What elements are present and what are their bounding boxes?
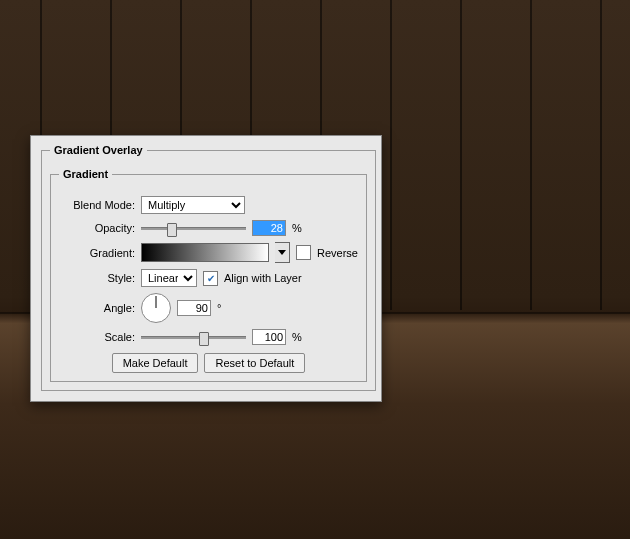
outer-fieldset: Gradient Overlay Gradient Blend Mode: Mu… — [41, 144, 376, 391]
panel-title: Gradient Overlay — [50, 144, 147, 156]
scale-slider[interactable] — [141, 329, 246, 345]
scale-row: Scale: 100 % — [59, 329, 358, 345]
scale-slider-thumb[interactable] — [199, 332, 209, 346]
gradient-fieldset: Gradient Blend Mode: Multiply Opacity: 2… — [50, 168, 367, 382]
chevron-down-icon — [278, 250, 286, 255]
angle-unit: ° — [217, 302, 221, 314]
make-default-button[interactable]: Make Default — [112, 353, 199, 373]
opacity-unit: % — [292, 222, 302, 234]
angle-row: Angle: 90 ° — [59, 293, 358, 323]
blend-mode-row: Blend Mode: Multiply — [59, 196, 358, 214]
opacity-slider-thumb[interactable] — [167, 223, 177, 237]
gradient-dropdown-button[interactable] — [275, 242, 290, 263]
gradient-row: Gradient: Reverse — [59, 242, 358, 263]
reverse-label: Reverse — [317, 247, 358, 259]
bg-plank — [600, 0, 602, 310]
bg-plank — [460, 0, 462, 310]
wood-background: Gradient Overlay Gradient Blend Mode: Mu… — [0, 0, 630, 539]
gradient-swatch[interactable] — [141, 243, 269, 262]
bg-plank — [390, 0, 392, 310]
gradient-overlay-panel: Gradient Overlay Gradient Blend Mode: Mu… — [30, 135, 382, 402]
opacity-slider[interactable] — [141, 220, 246, 236]
style-row: Style: Linear ✔ Align with Layer — [59, 269, 358, 287]
align-checkbox[interactable]: ✔ — [203, 271, 218, 286]
angle-dial[interactable] — [141, 293, 171, 323]
opacity-row: Opacity: 28 % — [59, 220, 358, 236]
opacity-label: Opacity: — [59, 222, 135, 234]
scale-label: Scale: — [59, 331, 135, 343]
blend-mode-select[interactable]: Multiply — [141, 196, 245, 214]
opacity-input[interactable]: 28 — [252, 220, 286, 236]
angle-input[interactable]: 90 — [177, 300, 211, 316]
group-title: Gradient — [59, 168, 112, 180]
scale-unit: % — [292, 331, 302, 343]
blend-mode-label: Blend Mode: — [59, 199, 135, 211]
style-label: Style: — [59, 272, 135, 284]
reset-default-button[interactable]: Reset to Default — [204, 353, 305, 373]
align-label: Align with Layer — [224, 272, 302, 284]
angle-label: Angle: — [59, 302, 135, 314]
reverse-checkbox[interactable] — [296, 245, 311, 260]
gradient-label: Gradient: — [59, 247, 135, 259]
style-select[interactable]: Linear — [141, 269, 197, 287]
bg-plank — [530, 0, 532, 310]
scale-input[interactable]: 100 — [252, 329, 286, 345]
button-row: Make Default Reset to Default — [59, 353, 358, 373]
